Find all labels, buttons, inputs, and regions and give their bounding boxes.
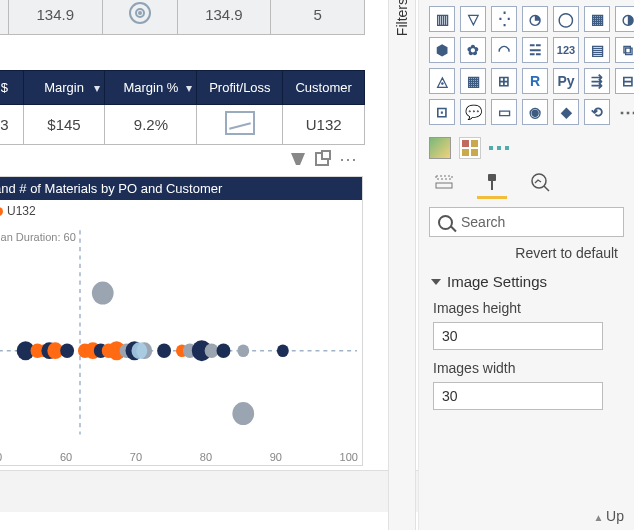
svg-rect-27	[436, 176, 452, 179]
viz-r-icon[interactable]: R	[522, 68, 548, 94]
viz-donut-icon[interactable]: ◯	[553, 6, 579, 32]
viz-pie-icon[interactable]: ◔	[522, 6, 548, 32]
svg-point-8	[60, 343, 74, 358]
svg-point-22	[205, 343, 219, 358]
target-icon	[129, 2, 151, 24]
viz-decomp-icon[interactable]: ⊟	[615, 68, 634, 94]
revert-to-default-link[interactable]: Revert to default	[419, 241, 634, 273]
thumbnail-line[interactable]	[489, 146, 511, 150]
viz-gauge-icon[interactable]: ◠	[491, 37, 517, 63]
col-marginpct[interactable]: Margin %▾	[105, 71, 197, 105]
viz-scatter-icon[interactable]: ⁛	[491, 6, 517, 32]
tab-analytics[interactable]	[527, 169, 553, 195]
viz-py-icon[interactable]: Py	[553, 68, 579, 94]
viz-matrix-icon[interactable]: ⊞	[491, 68, 517, 94]
top-v1: 134.9	[8, 0, 102, 35]
target-cell	[102, 0, 177, 35]
col-cust[interactable]: Customer	[283, 71, 365, 105]
viz-more-icon[interactable]: ⋯	[615, 99, 634, 125]
svg-rect-30	[491, 181, 493, 190]
filter-icon[interactable]	[291, 153, 305, 165]
filters-pane-collapsed[interactable]: Filters	[388, 0, 416, 530]
chart-title: and # of Materials by PO and Customer	[0, 177, 362, 200]
svg-rect-28	[436, 183, 452, 188]
viz-kpi-icon[interactable]: ⧉	[615, 37, 634, 63]
viz-custom-icon[interactable]: ⟲	[584, 99, 610, 125]
viz-key-influencers-icon[interactable]: ⇶	[584, 68, 610, 94]
table-row[interactable]: 3 $145 9.2% U132	[0, 105, 365, 145]
svg-point-18	[157, 343, 171, 358]
images-width-input[interactable]	[433, 382, 603, 410]
svg-line-32	[544, 186, 549, 191]
scroll-up-link[interactable]: Up	[593, 508, 624, 524]
viz-paginated-icon[interactable]: ▭	[491, 99, 517, 125]
svg-point-23	[217, 343, 231, 358]
chart-legend: U132	[0, 200, 362, 222]
svg-point-24	[237, 344, 249, 357]
detail-table[interactable]: $ Margin▾ Margin %▾ Profit/Loss Customer…	[0, 70, 365, 145]
viz-filled-map-icon[interactable]: ⬢	[429, 37, 455, 63]
viz-powerapps-icon[interactable]: ◆	[553, 99, 579, 125]
svg-point-26	[232, 402, 254, 425]
viz-stacked-bar-icon[interactable]: ▥	[429, 6, 455, 32]
svg-rect-29	[488, 174, 496, 181]
search-text: Search	[461, 214, 505, 230]
svg-point-25	[277, 344, 289, 357]
col-pl[interactable]: Profit/Loss	[197, 71, 283, 105]
svg-point-17	[131, 342, 147, 359]
more-options-icon[interactable]: ⋯	[339, 148, 357, 170]
col-margin[interactable]: Margin▾	[23, 71, 105, 105]
viz-card-icon[interactable]: 123	[553, 37, 579, 63]
viz-gallery: ▥ ▽ ⁛ ◔ ◯ ▦ ◑ ⬢ ✿ ◠ ☵ 123 ▤ ⧉ ◬ ▦ ⊞ R Py…	[419, 0, 634, 133]
viz-slicer-icon[interactable]: ◬	[429, 68, 455, 94]
chevron-down-icon	[431, 279, 441, 285]
svg-point-2	[92, 282, 114, 305]
viz-multi-card-icon[interactable]: ▤	[584, 37, 610, 63]
search-input[interactable]: Search	[429, 207, 624, 237]
image-settings-header[interactable]: Image Settings	[419, 273, 634, 290]
col-dollar[interactable]: $	[0, 71, 23, 105]
viz-funnel-icon[interactable]: ▽	[460, 6, 486, 32]
viz-map-icon[interactable]: ◑	[615, 6, 634, 32]
viz-arcgis-icon[interactable]: ◉	[522, 99, 548, 125]
tab-format[interactable]	[479, 169, 505, 195]
viz-qna-icon[interactable]: ⊡	[429, 99, 455, 125]
sparkline-cell	[197, 105, 283, 145]
top-v3: 5	[271, 0, 365, 35]
images-height-input[interactable]	[433, 322, 603, 350]
viz-table-icon[interactable]: ▦	[460, 68, 486, 94]
top-table: 134.9 134.9 5	[0, 0, 365, 35]
chart-plot	[0, 225, 362, 445]
thumbnail-preview[interactable]	[429, 137, 451, 159]
viz-waterfall-icon[interactable]: ☵	[522, 37, 548, 63]
filters-label: Filters	[394, 0, 410, 36]
tab-fields[interactable]	[431, 169, 457, 195]
viz-treemap-icon[interactable]: ▦	[584, 6, 610, 32]
sparkline-icon	[225, 111, 255, 135]
images-width-label: Images width	[433, 360, 620, 376]
viz-narrative-icon[interactable]: 💬	[460, 99, 486, 125]
focus-mode-icon[interactable]	[315, 152, 329, 166]
search-icon	[438, 215, 453, 230]
x-axis-ticks: 50 60 70 80 90 100	[0, 451, 362, 463]
viz-shape-map-icon[interactable]: ✿	[460, 37, 486, 63]
thumbnail-grid[interactable]	[459, 137, 481, 159]
images-height-label: Images height	[433, 300, 620, 316]
top-v2: 134.9	[177, 0, 271, 35]
scatter-chart[interactable]: and # of Materials by PO and Customer U1…	[0, 176, 363, 466]
